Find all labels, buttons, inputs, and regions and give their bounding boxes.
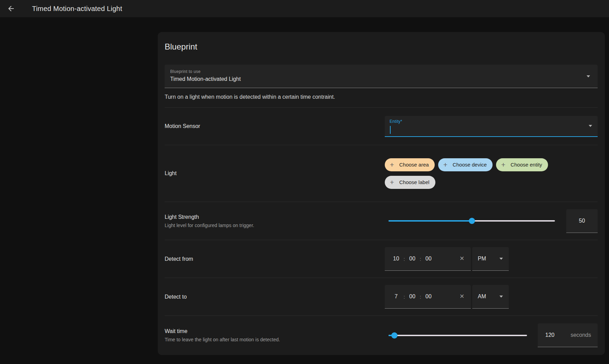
meridiem-value: AM [478, 293, 486, 300]
light-strength-label: Light Strength [165, 214, 374, 220]
light-label: Light [165, 170, 374, 176]
detect-to-time-input[interactable]: 7 : 00 : 00 [385, 285, 471, 309]
chevron-down-icon[interactable] [589, 125, 592, 127]
minutes-input[interactable]: 00 [407, 256, 417, 262]
wait-time-value-box[interactable]: 120 seconds [538, 323, 598, 347]
meridiem-value: PM [478, 256, 486, 262]
row-motion-sensor: Motion Sensor Entity* [165, 107, 598, 145]
row-light-strength: Light Strength Light level for configure… [165, 202, 598, 240]
motion-sensor-label: Motion Sensor [165, 123, 374, 129]
detect-to-label: Detect to [165, 294, 374, 300]
entity-input[interactable]: Entity* [385, 116, 598, 137]
arrow-left-icon [7, 4, 15, 13]
chip-label: Choose device [453, 162, 487, 168]
choose-entity-chip[interactable]: Choose entity [496, 158, 548, 171]
choose-device-chip[interactable]: Choose device [438, 158, 493, 171]
blueprint-card: Blueprint Blueprint to use Timed Motion-… [158, 32, 605, 355]
light-strength-slider[interactable] [389, 217, 555, 224]
chevron-down-icon [499, 296, 503, 298]
row-detect-from: Detect from 10 : 00 : 00 PM [165, 240, 598, 278]
plus-icon [442, 162, 448, 168]
clear-time-icon[interactable] [458, 292, 466, 301]
app-bar: Timed Motion-activated Light [0, 0, 609, 17]
chevron-down-icon [587, 75, 590, 77]
detect-to-meridiem-select[interactable]: AM [472, 285, 509, 309]
row-light: Light Choose area Choose device Choose e… [165, 145, 598, 202]
time-separator: : [417, 256, 423, 262]
target-chips: Choose area Choose device Choose entity … [385, 158, 598, 189]
clear-time-icon[interactable] [458, 255, 466, 263]
choose-label-chip[interactable]: Choose label [385, 176, 435, 189]
hours-input[interactable]: 7 [391, 293, 401, 300]
seconds-input[interactable]: 00 [423, 256, 434, 262]
entity-input-label: Entity* [390, 119, 592, 124]
slider-fill [389, 220, 472, 222]
light-strength-value: 50 [579, 218, 585, 224]
hours-input[interactable]: 10 [391, 256, 401, 262]
back-button[interactable] [3, 0, 19, 17]
blueprint-select[interactable]: Blueprint to use Timed Motion-activated … [165, 65, 598, 88]
chip-label: Choose label [399, 179, 430, 185]
blueprint-description: Turn on a light when motion is detected … [165, 94, 598, 100]
minutes-input[interactable]: 00 [407, 293, 417, 300]
row-detect-to: Detect to 7 : 00 : 00 AM [165, 278, 598, 315]
wait-time-description: Time to leave the light on after last mo… [165, 337, 374, 342]
wait-time-label: Wait time [165, 328, 374, 334]
plus-icon [389, 179, 395, 185]
wait-time-unit: seconds [570, 332, 591, 338]
seconds-input[interactable]: 00 [423, 293, 434, 300]
time-separator: : [417, 294, 423, 300]
text-cursor [390, 126, 391, 134]
blueprint-select-label: Blueprint to use [170, 69, 592, 74]
chip-label: Choose entity [510, 162, 542, 168]
plus-icon [500, 162, 506, 168]
chevron-down-icon [499, 258, 503, 260]
detect-from-meridiem-select[interactable]: PM [472, 247, 509, 271]
card-title: Blueprint [165, 41, 598, 52]
wait-time-slider[interactable] [389, 332, 527, 339]
plus-icon [389, 162, 395, 168]
wait-time-value: 120 [545, 332, 555, 338]
slider-knob[interactable] [391, 332, 398, 339]
light-strength-description: Light level for configured lamps on trig… [165, 223, 374, 228]
detect-from-time-input[interactable]: 10 : 00 : 00 [385, 247, 471, 271]
slider-track[interactable] [389, 335, 527, 336]
page-title: Timed Motion-activated Light [32, 5, 122, 13]
chip-label: Choose area [399, 162, 429, 168]
light-strength-value-box[interactable]: 50 [566, 209, 598, 233]
choose-area-chip[interactable]: Choose area [385, 158, 435, 171]
blueprint-select-value: Timed Motion-activated Light [170, 76, 592, 82]
slider-knob[interactable] [469, 218, 475, 224]
row-wait-time: Wait time Time to leave the light on aft… [165, 315, 598, 355]
time-separator: : [401, 256, 407, 262]
detect-from-label: Detect from [165, 256, 374, 262]
time-separator: : [401, 294, 407, 300]
